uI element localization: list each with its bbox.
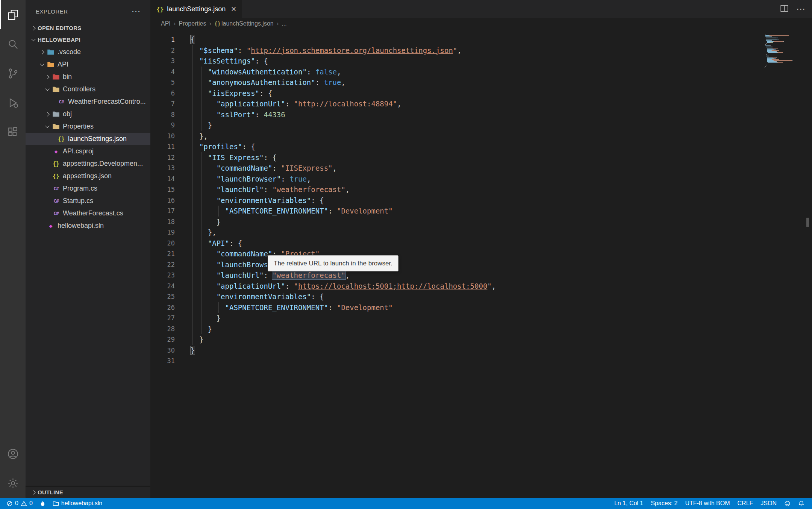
- problems-indicator[interactable]: 0 0: [3, 498, 36, 509]
- line-content: "ASPNETCORE_ENVIRONMENT": "Development": [191, 302, 393, 313]
- code-line[interactable]: 28 }: [150, 324, 795, 335]
- line-number: 22: [150, 259, 175, 270]
- activity-run-debug-icon[interactable]: [0, 88, 26, 117]
- activity-search-icon[interactable]: [0, 29, 26, 59]
- open-editors-section[interactable]: OPEN EDITORS: [26, 23, 150, 33]
- code-area[interactable]: 1{2 "$schema": "http://json.schemastore.…: [150, 29, 795, 498]
- line-number: 11: [150, 141, 175, 152]
- tree-item-bin[interactable]: bin: [26, 71, 150, 83]
- code-line[interactable]: 13 "commandName": "IISExpress",: [150, 163, 795, 174]
- line-number: 24: [150, 281, 175, 292]
- tab-label: launchSettings.json: [167, 5, 226, 13]
- tree-item-properties[interactable]: Properties: [26, 120, 150, 133]
- json-file-icon: {}: [52, 173, 61, 180]
- line-content: "launchUrl": "weatherforecast",: [191, 270, 350, 281]
- breadcrumb-item[interactable]: {}launchSettings.json: [214, 20, 274, 27]
- tree-item-startup-cs[interactable]: C#Startup.cs: [26, 195, 150, 207]
- breadcrumb-item[interactable]: API: [161, 20, 171, 27]
- tree-item-obj[interactable]: obj: [26, 108, 150, 120]
- csharp-file-icon: C#: [52, 198, 61, 204]
- minimap[interactable]: [765, 34, 802, 69]
- workspace-root-header[interactable]: HELLOWEBAPI: [26, 33, 150, 46]
- code-line[interactable]: 2 "$schema": "http://json.schemastore.or…: [150, 45, 795, 56]
- status-indentation[interactable]: Spaces: 2: [647, 498, 681, 509]
- code-line[interactable]: 27 }: [150, 313, 795, 324]
- close-tab-icon[interactable]: ×: [231, 6, 236, 12]
- status-encoding[interactable]: UTF-8 with BOM: [681, 498, 733, 509]
- activity-account-icon[interactable]: [0, 439, 26, 468]
- code-line[interactable]: 18 }: [150, 217, 795, 227]
- code-line[interactable]: 4 "windowsAuthentication": false,: [150, 67, 795, 77]
- folder-icon: [52, 74, 61, 80]
- code-line[interactable]: 21 "commandName": "Project",: [150, 248, 795, 259]
- line-number: 9: [150, 120, 175, 131]
- tree-item-appsettings-developmen-[interactable]: {}appsettings.Developmen...: [26, 158, 150, 170]
- code-line[interactable]: 6 "iisExpress": {: [150, 88, 795, 99]
- status-bar-right: Ln 1, Col 1Spaces: 2UTF-8 with BOMCRLFJS…: [611, 498, 812, 509]
- status-language-mode[interactable]: JSON: [757, 498, 780, 509]
- breadcrumb-separator: ›: [277, 20, 279, 27]
- tree-item-label: Startup.cs: [63, 197, 93, 205]
- code-line[interactable]: 17 "ASPNETCORE_ENVIRONMENT": "Developmen…: [150, 206, 795, 217]
- split-editor-icon[interactable]: [780, 4, 789, 14]
- omnisharp-status[interactable]: [36, 498, 49, 509]
- tree-item-label: appsettings.json: [63, 172, 112, 180]
- outline-section[interactable]: OUTLINE: [26, 486, 150, 498]
- code-line[interactable]: 7 "applicationUrl": "http://localhost:48…: [150, 98, 795, 109]
- code-line[interactable]: 20 "API": {: [150, 238, 795, 249]
- line-content: "environmentVariables": {: [191, 291, 324, 302]
- json-file-icon: {}: [57, 136, 66, 142]
- tab-launchsettings-json[interactable]: {} launchSettings.json ×: [150, 0, 242, 18]
- code-line[interactable]: 14 "launchBrowser": true,: [150, 174, 795, 185]
- code-line[interactable]: 11 "profiles": {: [150, 141, 795, 152]
- feedback-smiley-icon[interactable]: [780, 498, 794, 509]
- more-actions-icon[interactable]: ⋯: [132, 9, 141, 13]
- code-line[interactable]: 19 },: [150, 227, 795, 238]
- code-line[interactable]: 30}: [150, 345, 795, 356]
- tree-item-appsettings-json[interactable]: {}appsettings.json: [26, 170, 150, 182]
- tree-item-hellowebapi-sln[interactable]: ◆hellowebapi.sln: [26, 220, 150, 232]
- explorer-sidebar: EXPLORER ⋯ OPEN EDITORS HELLOWEBAPI .vsc…: [26, 0, 150, 498]
- chevron-down-icon: [29, 39, 38, 41]
- status-bar-left: 0 0 hellowebapi.sln: [0, 498, 106, 509]
- tree-item-weatherforecastcontro-[interactable]: C#WeatherForecastContro...: [26, 95, 150, 108]
- code-line[interactable]: 26 "ASPNETCORE_ENVIRONMENT": "Developmen…: [150, 302, 795, 313]
- tree-item-launchsettings-json[interactable]: {}launchSettings.json: [26, 133, 150, 145]
- folder-icon: [52, 111, 61, 117]
- project-selector[interactable]: hellowebapi.sln: [49, 498, 106, 509]
- code-line[interactable]: 25 "environmentVariables": {: [150, 291, 795, 302]
- status-cursor-position[interactable]: Ln 1, Col 1: [611, 498, 647, 509]
- activity-source-control-icon[interactable]: [0, 59, 26, 88]
- code-line[interactable]: 12 "IIS Express": {: [150, 152, 795, 163]
- code-line[interactable]: 22 "launchBrowser": true,: [150, 259, 795, 270]
- tree-item--vscode[interactable]: .vscode: [26, 46, 150, 58]
- code-line[interactable]: 15 "launchUrl": "weatherforecast",: [150, 184, 795, 195]
- activity-settings-icon[interactable]: [0, 468, 26, 498]
- activity-explorer-icon[interactable]: [0, 0, 26, 29]
- tree-item-program-cs[interactable]: C#Program.cs: [26, 182, 150, 195]
- breadcrumb-item[interactable]: ...: [282, 20, 286, 27]
- tree-item-weatherforecast-cs[interactable]: C#WeatherForecast.cs: [26, 207, 150, 220]
- code-line[interactable]: 1{: [150, 34, 795, 45]
- tree-item-api-csproj[interactable]: ◆API.csproj: [26, 145, 150, 158]
- tree-item-label: WeatherForecastContro...: [68, 98, 146, 106]
- tree-item-controllers[interactable]: Controllers: [26, 83, 150, 95]
- status-eol[interactable]: CRLF: [734, 498, 757, 509]
- code-line[interactable]: 31: [150, 356, 795, 367]
- code-line[interactable]: 10 },: [150, 131, 795, 142]
- code-line[interactable]: 16 "environmentVariables": {: [150, 195, 795, 206]
- csharp-file-icon: C#: [52, 186, 61, 191]
- notifications-bell-icon[interactable]: [794, 498, 808, 509]
- code-line[interactable]: 5 "anonymousAuthentication": true,: [150, 77, 795, 88]
- breadcrumb-item[interactable]: Properties: [179, 20, 206, 27]
- editor-more-actions-icon[interactable]: ⋯: [796, 4, 805, 14]
- code-line[interactable]: 23 "launchUrl": "weatherforecast",: [150, 270, 795, 281]
- code-line[interactable]: 9 }: [150, 120, 795, 131]
- code-line[interactable]: 29 }: [150, 334, 795, 345]
- code-line[interactable]: 8 "sslPort": 44336: [150, 109, 795, 120]
- tree-item-api[interactable]: API: [26, 58, 150, 71]
- line-content: "applicationUrl": "https://localhost:500…: [191, 281, 496, 292]
- activity-extensions-icon[interactable]: [0, 117, 26, 147]
- code-line[interactable]: 3 "iisSettings": {: [150, 56, 795, 67]
- code-line[interactable]: 24 "applicationUrl": "https://localhost:…: [150, 281, 795, 292]
